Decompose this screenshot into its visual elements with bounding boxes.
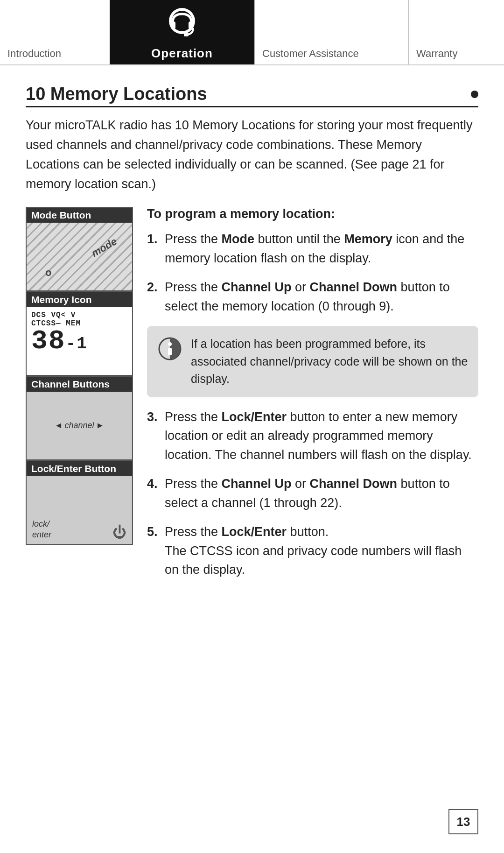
svg-rect-4 <box>184 33 189 36</box>
step-4-text: Press the Channel Up or Channel Down but… <box>165 474 478 512</box>
channel-buttons-image: ◄ channel ► <box>27 392 132 459</box>
svg-point-6 <box>168 342 172 346</box>
step-list: 1. Press the Mode button until the Memor… <box>147 230 478 579</box>
instruction-heading: To program a memory location: <box>147 207 478 221</box>
two-col-layout: Mode Button mode o Memory Icon DCS VQ< V… <box>26 207 478 590</box>
info-box: If a location has been programmed before… <box>147 326 478 397</box>
mode-o: o <box>45 267 51 279</box>
title-bullet <box>471 91 478 98</box>
step-1-text: Press the Mode button until the Memory i… <box>165 230 478 268</box>
mode-word: mode <box>90 235 119 260</box>
memory-line1: DCS VQ< V <box>31 311 76 319</box>
step-4-num: 4. <box>147 474 160 512</box>
step-2-num: 2. <box>147 278 160 316</box>
ch-right-arrow: ► <box>96 421 105 430</box>
nav-warranty: Warranty <box>408 0 504 64</box>
step-1: 1. Press the Mode button until the Memor… <box>147 230 478 268</box>
memory-icon-label: Memory Icon <box>27 292 132 307</box>
info-icon <box>156 335 183 362</box>
step-3-num: 3. <box>147 408 160 465</box>
lock-enter-box: Lock/Enter Button lock/enter ⏻ <box>26 460 133 545</box>
customer-label: Customer Assistance <box>262 48 359 60</box>
step-2: 2. Press the Channel Up or Channel Down … <box>147 278 478 316</box>
mode-button-pattern: mode o <box>27 223 132 290</box>
step-2-text: Press the Channel Up or Channel Down but… <box>165 278 478 316</box>
warranty-label: Warranty <box>416 48 457 60</box>
left-images-col: Mode Button mode o Memory Icon DCS VQ< V… <box>26 207 133 590</box>
nav-introduction: Introduction <box>0 0 110 64</box>
lock-enter-image: lock/enter ⏻ <box>27 476 132 544</box>
mode-button-label: Mode Button <box>27 208 132 223</box>
section-title-text: 10 Memory Locations <box>26 84 207 104</box>
main-content: 10 Memory Locations Your microTALK radio… <box>0 65 504 618</box>
page-number: 13 <box>448 809 478 834</box>
channel-buttons-box: Channel Buttons ◄ channel ► <box>26 376 133 460</box>
lock-enter-label: Lock/Enter Button <box>27 461 132 476</box>
memory-big-number: 38-1 <box>31 328 88 355</box>
operation-label: Operation <box>151 46 213 61</box>
ch-word: channel <box>64 421 94 430</box>
lock-display: lock/enter ⏻ <box>27 476 132 544</box>
headset-icon <box>163 5 201 45</box>
intro-paragraph: Your microTALK radio has 10 Memory Locat… <box>26 116 478 194</box>
info-box-text: If a location has been programmed before… <box>191 335 469 388</box>
section-title: 10 Memory Locations <box>26 84 478 107</box>
channel-display: ◄ channel ► <box>27 392 132 459</box>
step-3: 3. Press the Lock/Enter button to enter … <box>147 408 478 465</box>
info-box-item: If a location has been programmed before… <box>147 326 478 397</box>
ch-left-arrow: ◄ <box>55 421 63 430</box>
nav-customer: Customer Assistance <box>254 0 408 64</box>
channel-buttons-label: Channel Buttons <box>27 377 132 392</box>
mode-button-box: Mode Button mode o <box>26 207 133 291</box>
step-3-text: Press the Lock/Enter button to enter a n… <box>165 408 478 465</box>
step-5: 5. Press the Lock/Enter button. The CTCS… <box>147 522 478 579</box>
step-5-text: Press the Lock/Enter button. The CTCSS i… <box>165 522 478 579</box>
step-1-num: 1. <box>147 230 160 268</box>
svg-rect-2 <box>171 21 175 29</box>
svg-rect-3 <box>189 21 193 29</box>
memory-icon-box: Memory Icon DCS VQ< V CTCSS— MEM 38-1 <box>26 291 133 376</box>
step-4: 4. Press the Channel Up or Channel Down … <box>147 474 478 512</box>
lock-text: lock/enter <box>32 519 51 541</box>
step-5-num: 5. <box>147 522 160 579</box>
power-icon: ⏻ <box>112 524 126 540</box>
intro-label: Introduction <box>7 48 61 60</box>
memory-display: DCS VQ< V CTCSS— MEM 38-1 <box>27 307 132 375</box>
mode-button-image: mode o <box>27 223 132 290</box>
memory-icon-image: DCS VQ< V CTCSS— MEM 38-1 <box>27 307 132 375</box>
page-header: Introduction Operation Customer Assistan… <box>0 0 504 65</box>
nav-operation: Operation <box>110 0 254 64</box>
right-instructions-col: To program a memory location: 1. Press t… <box>147 207 478 590</box>
svg-rect-7 <box>168 348 172 355</box>
